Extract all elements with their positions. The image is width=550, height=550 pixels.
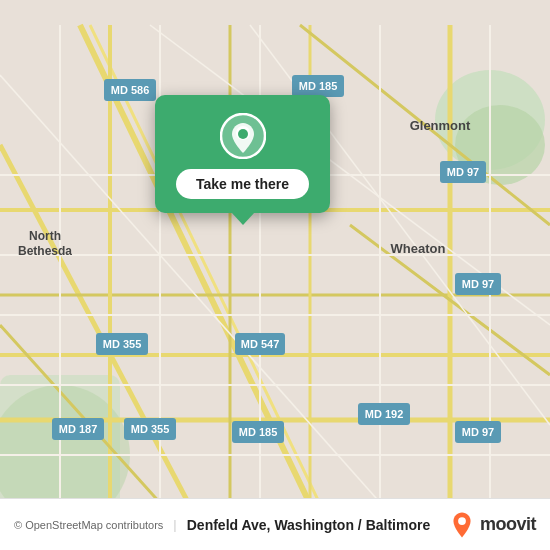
svg-text:MD 97: MD 97 — [447, 166, 479, 178]
moovit-logo: moovit — [448, 511, 536, 539]
map-container: MD 586 MD 185 MD 97 MD 97 MD 97 MD 547 M… — [0, 0, 550, 550]
location-pin-icon — [220, 113, 266, 159]
svg-text:Wheaton: Wheaton — [391, 241, 446, 256]
svg-text:North: North — [29, 229, 61, 243]
map-svg: MD 586 MD 185 MD 97 MD 97 MD 97 MD 547 M… — [0, 0, 550, 550]
svg-text:MD 185: MD 185 — [299, 80, 338, 92]
svg-text:MD 547: MD 547 — [241, 338, 280, 350]
svg-text:MD 355: MD 355 — [103, 338, 142, 350]
svg-text:MD 97: MD 97 — [462, 278, 494, 290]
location-title: Denfeld Ave, Washington / Baltimore — [187, 517, 430, 533]
svg-text:MD 187: MD 187 — [59, 423, 98, 435]
bottom-bar-left: © OpenStreetMap contributors | Denfeld A… — [14, 517, 430, 533]
svg-text:MD 355: MD 355 — [131, 423, 170, 435]
copyright-text: © OpenStreetMap contributors — [14, 519, 163, 531]
svg-text:MD 185: MD 185 — [239, 426, 278, 438]
moovit-brand-text: moovit — [480, 514, 536, 535]
moovit-pin-icon — [448, 511, 476, 539]
bottom-bar: © OpenStreetMap contributors | Denfeld A… — [0, 498, 550, 550]
svg-text:MD 586: MD 586 — [111, 84, 150, 96]
svg-text:MD 192: MD 192 — [365, 408, 404, 420]
svg-point-61 — [458, 517, 466, 525]
popup-card: Take me there — [155, 95, 330, 213]
svg-text:Glenmont: Glenmont — [410, 118, 471, 133]
take-me-there-button[interactable]: Take me there — [176, 169, 309, 199]
svg-text:Bethesda: Bethesda — [18, 244, 72, 258]
svg-text:MD 97: MD 97 — [462, 426, 494, 438]
svg-point-60 — [238, 129, 248, 139]
